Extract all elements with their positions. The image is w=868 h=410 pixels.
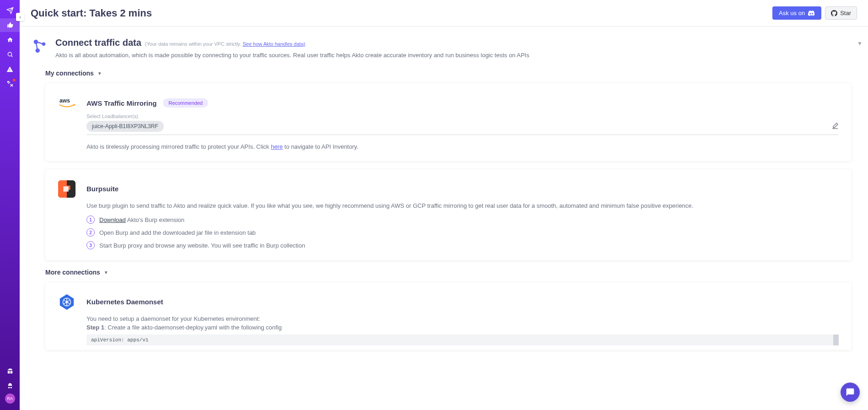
svg-point-1 [7,81,8,82]
sidebar-item-alerts[interactable] [0,62,20,76]
kubernetes-logo-icon [58,293,75,311]
loadbalancer-field-label: Select Loadbalancer(s) [86,113,839,119]
edit-icon[interactable] [831,122,839,131]
see-data-handling-link[interactable]: See how Akto handles data) [243,41,305,47]
sidebar-item-incognito[interactable] [0,379,20,393]
step-number-icon: 2 [86,228,95,237]
svg-point-13 [66,301,68,303]
svg-point-0 [8,52,11,56]
burpsuite-card-title: Burpsuite [86,185,119,193]
content: Connect traffic data (Your data remains … [20,27,868,410]
github-star-button[interactable]: Star [825,6,857,20]
scrollbar-indicator[interactable] [833,334,839,345]
step-number-icon: 1 [86,216,95,224]
github-icon [831,10,837,16]
connect-icon [31,38,48,55]
section-title: Connect traffic data [55,38,141,48]
kubernetes-step-1: Step 1: Create a file akto-daemonset-dep… [86,324,839,331]
loadbalancer-chip[interactable]: juice-Appli-B1I8XP3NL3RF [86,121,164,132]
ask-discord-button[interactable]: Ask us on [772,6,821,20]
svg-text:aws: aws [59,97,70,104]
aws-card-title: AWS Traffic Mirroring [86,99,156,107]
sidebar-item-gift[interactable] [0,364,20,378]
notification-dot-icon [13,79,16,81]
aws-info-text: Akto is tirelessly processing mirrored t… [86,143,839,150]
chevron-down-icon: ▼ [104,270,108,275]
recommended-badge: Recommended [163,98,208,108]
my-connections-toggle[interactable]: My connections ▼ [45,70,863,77]
avatar[interactable]: RA [5,394,15,404]
more-connections-label: More connections [45,269,100,276]
kubernetes-code-block: apiVersion: apps/v1 [86,334,839,345]
api-inventory-link[interactable]: here [271,143,283,150]
loadbalancer-field: juice-Appli-B1I8XP3NL3RF [86,121,839,135]
aws-logo-icon: aws [58,94,75,112]
discord-icon [808,11,815,16]
header: Quick start: Takes 2 mins Ask us on Star [20,0,868,27]
sidebar: › RA [0,0,20,410]
sidebar-item-search[interactable] [0,48,20,61]
svg-point-2 [11,85,12,86]
sidebar-item-testing[interactable] [0,77,20,91]
step-number-icon: 3 [86,241,95,249]
page-title: Quick start: Takes 2 mins [31,7,152,19]
discord-button-label: Ask us on [779,10,805,16]
my-connections-label: My connections [45,70,94,77]
chevron-down-icon: ▼ [97,71,102,76]
sidebar-item-home[interactable] [0,33,20,47]
burp-step-1: 1 Download Akto's Burp extension [86,216,839,224]
chat-widget-button[interactable] [841,383,860,402]
burp-step-3: 3 Start Burp proxy and browse any websit… [86,241,839,249]
section-description: Akto is all about automation, which is m… [55,52,850,59]
avatar-initials: RA [7,396,13,401]
burpsuite-description: Use burp plugin to send traffic to Akto … [86,202,839,209]
download-extension-link[interactable]: Download [99,216,126,223]
section-inline-note: (Your data remains within your VPC stric… [145,41,305,47]
collapse-toggle[interactable]: ▼ [857,40,863,47]
more-connections-toggle[interactable]: More connections ▼ [45,269,863,276]
kubernetes-card-title: Kubernetes Daemonset [86,298,163,306]
chevron-right-icon: › [19,15,21,20]
burpsuite-logo-icon [58,180,75,198]
chat-icon [846,388,855,397]
burp-step-2: 2 Open Burp and add the downloaded jar f… [86,228,839,237]
kubernetes-description: You need to setup a daemonset for your K… [86,315,839,322]
kubernetes-card: Kubernetes Daemonset You need to setup a… [45,282,852,350]
star-button-label: Star [840,10,851,16]
burpsuite-card: Burpsuite Use burp plugin to send traffi… [45,169,852,260]
aws-card: aws AWS Traffic Mirroring Recommended Se… [45,83,852,161]
sidebar-expand-button[interactable]: › [16,13,24,21]
